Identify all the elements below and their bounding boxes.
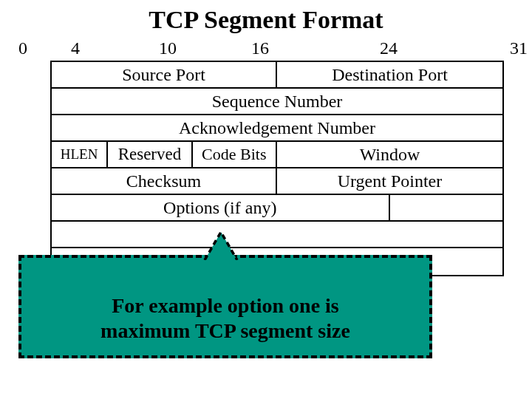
tick-24: 24 <box>380 38 398 58</box>
callout-text: For example option one is maximum TCP se… <box>21 293 429 343</box>
row-data-1 <box>52 222 502 248</box>
callout-line-2: maximum TCP segment size <box>21 318 429 344</box>
field-sequence-number: Sequence Number <box>52 89 502 114</box>
row-check: Checksum Urgent Pointer <box>52 168 502 195</box>
field-urgent-pointer: Urgent Pointer <box>277 168 502 194</box>
row-seq: Sequence Number <box>52 89 502 115</box>
tick-4: 4 <box>71 38 80 58</box>
field-code-bits: Code Bits <box>193 142 277 167</box>
row-options: Options (if any) <box>52 195 502 222</box>
tick-0: 0 <box>18 38 27 58</box>
tick-10: 10 <box>159 38 177 58</box>
field-dest-port: Destination Port <box>277 62 502 87</box>
field-ack-number: Acknowledgement Number <box>52 115 502 140</box>
row-flags: HLEN Reserved Code Bits Window <box>52 142 502 168</box>
field-reserved: Reserved <box>108 142 192 167</box>
field-options: Options (if any) <box>52 195 390 220</box>
row-ports: Source Port Destination Port <box>52 62 502 89</box>
tick-31: 31 <box>510 38 528 58</box>
callout-line-1: For example option one is <box>21 293 429 318</box>
field-hlen: HLEN <box>52 142 108 167</box>
field-checksum: Checksum <box>52 168 277 194</box>
field-source-port: Source Port <box>52 62 277 87</box>
segment-table: Source Port Destination Port Sequence Nu… <box>50 61 504 276</box>
bit-ruler: 0 4 10 16 24 31 <box>15 38 517 61</box>
row-ack: Acknowledgement Number <box>52 115 502 142</box>
field-padding <box>390 195 503 220</box>
field-data <box>52 222 502 247</box>
callout-box: For example option one is maximum TCP se… <box>18 255 432 358</box>
tick-16: 16 <box>251 38 269 58</box>
diagram-title: TCP Segment Format <box>0 6 532 34</box>
field-window: Window <box>277 142 502 167</box>
